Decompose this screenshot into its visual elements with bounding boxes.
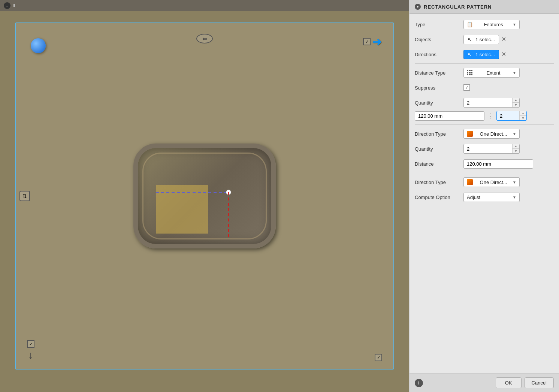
panel-title: RECTANGULAR PATTERN [424,4,492,10]
info-button[interactable]: i [415,379,423,387]
canvas-area[interactable]: ⇔ ✓ ➜ ⇅ ✓ ↓ ✓ [15,22,394,370]
distance2-label: Distance [415,161,463,167]
direction-type1-control: One Direct... ▼ [463,129,554,139]
quantity1-input[interactable]: 2 ▲ ▼ [463,98,520,108]
direction-type1-value: One Direct... [480,131,507,137]
quantity2-label: Quantity [415,146,463,152]
cursor-icon: ↖ [468,37,472,42]
viewport: – II ⇔ ✓ ➜ ⇅ [0,0,409,392]
distance-type-dropdown[interactable]: Extent ▼ [463,68,520,78]
objects-clear-btn[interactable]: ✕ [501,36,506,42]
distance2-control: 120.00 mm [463,159,554,169]
distance1-up[interactable]: ▲ [520,111,526,116]
direction-type1-arrow: ▼ [513,132,516,136]
type-control: 📋 Features ▼ [463,20,554,29]
bottom-right-check: ✓ [375,354,382,361]
directions-label: Directions [415,52,463,57]
right-arrow-icon: ➜ [372,34,382,49]
sphere-icon [31,38,46,53]
shape-container [133,144,276,248]
distance-type-arrow: ▼ [513,71,516,75]
compute-option-arrow: ▼ [513,195,516,199]
distance1-down[interactable]: ▼ [520,116,526,120]
quantity1-field[interactable]: 2 [464,99,512,107]
directions-value: 1 selec... [475,52,495,57]
rectangular-pattern-panel: ● RECTANGULAR PATTERN Type 📋 Features ▼ … [409,0,559,392]
distance1-spinners: ▲ ▼ [519,111,526,120]
objects-select-btn[interactable]: ↖ 1 selec... [463,35,499,44]
panel-header: ● RECTANGULAR PATTERN [410,0,559,14]
type-row: Type 📋 Features ▼ [410,17,559,32]
check-icon[interactable]: ✓ [363,38,371,45]
divider-3 [415,173,554,173]
features-icon: 📋 [467,22,473,27]
bottom-right-check-icon[interactable]: ✓ [375,354,382,361]
objects-label: Objects [415,37,463,42]
suppress-control [463,84,554,91]
directions-select-btn[interactable]: ↖ 1 selec... [463,50,499,59]
bottom-check-icon[interactable]: ✓ [27,340,34,348]
compute-option-value: Adjust [467,195,480,200]
dashed-line-v [228,192,229,237]
direction-arrow: ✓ ➜ [363,34,382,49]
top-bar: – II [0,0,409,11]
directions-clear-btn[interactable]: ✕ [501,51,506,57]
compute-option-dropdown[interactable]: Adjust ▼ [463,193,520,202]
top-bar-label: II [13,3,15,8]
distance-type-row: Distance Type Extent ▼ [410,65,559,80]
compute-option-label: Compute Option [415,195,463,200]
quantity2-down[interactable]: ▼ [513,149,519,153]
objects-value: 1 selec... [475,37,495,42]
bottom-left-controls: ✓ ↓ [27,340,34,361]
direction-type1-dropdown[interactable]: One Direct... ▼ [463,129,520,139]
quantity1-down[interactable]: ▼ [513,103,519,107]
quantity1-up[interactable]: ▲ [513,98,519,103]
objects-row: Objects ↖ 1 selec... ✕ [410,32,559,47]
distance1-num-field[interactable] [497,112,519,120]
quantity2-input[interactable]: 2 ▲ ▼ [463,144,520,154]
quantity2-row: Quantity 2 ▲ ▼ [410,141,559,156]
type-label: Type [415,22,463,27]
distance2-input[interactable]: 120.00 mm [463,159,533,169]
distance1-num-input[interactable]: ▲ ▼ [496,111,527,121]
type-value: Features [484,22,503,27]
cancel-button[interactable]: Cancel [525,377,554,388]
minimize-icon[interactable]: – [4,2,10,9]
distance-type-value: Extent [487,70,501,76]
quantity2-up[interactable]: ▲ [513,144,519,149]
quantity2-field[interactable]: 2 [464,145,512,153]
type-dropdown-arrow: ▼ [513,22,516,27]
suppress-row: Suppress [410,80,559,95]
quantity1-control: 2 ▲ ▼ [463,98,554,108]
compute-option-row: Compute Option Adjust ▼ [410,190,559,205]
quantity2-control: 2 ▲ ▼ [463,144,554,154]
distance1-inline-row: ⋮ ▲ ▼ [410,110,559,123]
pan-icon[interactable]: ⇅ [19,191,30,201]
direction-type2-icon [467,179,473,185]
direction-type2-dropdown[interactable]: One Direct... ▼ [463,177,520,187]
dots-separator: ⋮ [487,112,493,120]
compute-option-control: Adjust ▼ [463,193,554,202]
divider-1 [415,63,554,64]
quantity1-label: Quantity [415,100,463,106]
scroll-icon: ⇔ [196,34,213,43]
distance-type-label: Distance Type [415,70,463,76]
directions-control: ↖ 1 selec... ✕ [463,50,554,59]
quantity1-spinners: ▲ ▼ [512,98,519,107]
quantity2-spinners: ▲ ▼ [512,144,519,153]
divider-2 [415,124,554,125]
direction-type2-value: One Direct... [480,180,507,185]
direction-type1-icon [467,131,473,137]
type-dropdown[interactable]: 📋 Features ▼ [463,20,520,29]
distance1-mm-input[interactable] [415,111,484,121]
extent-grid-icon [467,70,473,76]
suppress-checkbox[interactable] [463,84,470,91]
ok-button[interactable]: OK [496,377,522,388]
panel-body: Type 📋 Features ▼ Objects ↖ 1 selec... ✕ [410,14,559,373]
distance2-row: Distance 120.00 mm [410,156,559,171]
down-arrow-icon: ↓ [28,349,33,361]
suppress-label: Suppress [415,85,463,91]
direction-type2-control: One Direct... ▼ [463,177,554,187]
dashed-line-h [156,192,229,193]
directions-row: Directions ↖ 1 selec... ✕ [410,47,559,62]
